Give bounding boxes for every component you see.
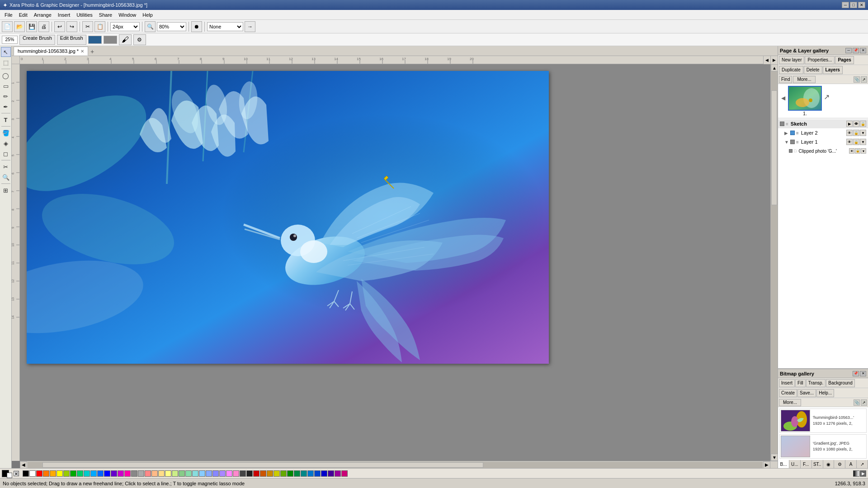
color-swatch-31[interactable]: [233, 470, 239, 477]
color-swatch-38[interactable]: [280, 470, 287, 477]
layers-button[interactable]: Layers: [823, 66, 843, 74]
color-swatch-20[interactable]: [158, 470, 165, 477]
bitmap-create-button[interactable]: Create: [779, 389, 797, 397]
layer-1-expand[interactable]: ▼: [784, 140, 789, 145]
selector-tool[interactable]: ↖: [1, 47, 11, 57]
color-swatch-3[interactable]: [43, 470, 49, 477]
color-swatch-4[interactable]: [50, 470, 56, 477]
bitmap-gallery-pin-btn[interactable]: 📌: [853, 371, 859, 376]
gallery-icon-2[interactable]: ↗: [861, 76, 867, 83]
color-swatch-1[interactable]: [29, 470, 36, 477]
layer-clip-visibility[interactable]: 👁: [849, 148, 854, 154]
pages-button[interactable]: Pages: [835, 56, 854, 64]
redo-button[interactable]: ↪: [66, 21, 77, 32]
vscroll-thumb[interactable]: [771, 90, 777, 205]
color-swatch-17[interactable]: [138, 470, 144, 477]
color-swatch-28[interactable]: [212, 470, 219, 477]
color-swatch-2[interactable]: [36, 470, 42, 477]
text-tool[interactable]: T: [1, 115, 11, 125]
node-tool[interactable]: ⬚: [1, 57, 11, 67]
brush-size-dropdown[interactable]: 24px 12px 48px: [110, 22, 140, 31]
layer-clipped-photo[interactable]: □ Clipped photo 'G...' 👁 🔒 ▼: [787, 146, 868, 155]
transparency-tool[interactable]: ◻: [1, 149, 11, 159]
stroke-color-swatch[interactable]: [88, 36, 102, 44]
bmp-tab-f[interactable]: F...: [801, 460, 812, 468]
layer-sketch-expand[interactable]: ▶: [846, 121, 853, 127]
color-swatch-45[interactable]: [328, 470, 334, 477]
color-swatch-9[interactable]: [84, 470, 90, 477]
ellipse-tool[interactable]: ◯: [1, 70, 11, 80]
vscroll-up-button[interactable]: ▲: [771, 64, 778, 71]
layer-clip-more[interactable]: ▼: [861, 148, 866, 154]
gallery-close-btn[interactable]: ✕: [860, 48, 866, 53]
color-swatch-40[interactable]: [294, 470, 300, 477]
new-tab-button[interactable]: +: [88, 47, 96, 56]
zoom-dropdown[interactable]: 80% 100% 50% 25%: [157, 22, 186, 31]
menu-insert[interactable]: Insert: [55, 11, 73, 19]
gallery-minimize-btn[interactable]: ─: [845, 48, 852, 53]
no-color-swatch[interactable]: ✕: [14, 471, 19, 476]
color-swatch-26[interactable]: [199, 470, 205, 477]
record-button[interactable]: ⏺: [191, 21, 202, 32]
layer-sketch-lock[interactable]: 🔒: [860, 121, 866, 127]
menu-help[interactable]: Help: [140, 11, 156, 19]
canvas-viewport[interactable]: [20, 64, 770, 461]
brush-type-dropdown[interactable]: None: [207, 22, 243, 31]
bitmap-transp-button[interactable]: Transp.: [806, 379, 826, 387]
bitmap-entry-gradient[interactable]: 'Gradient.jpg', JPEG 868 x 488 pixels,…: [779, 434, 867, 459]
bitmap-insert-button[interactable]: Insert: [779, 379, 795, 387]
tab-close-button[interactable]: ✕: [80, 49, 84, 54]
layer-2-lock[interactable]: 🔒: [853, 130, 859, 136]
edit-brush-button[interactable]: Edit Brush: [57, 35, 86, 45]
document-tab[interactable]: hummingbird-1056383.jpg * ✕: [14, 47, 88, 56]
color-swatch-14[interactable]: [118, 470, 124, 477]
color-swatch-34[interactable]: [253, 470, 259, 477]
new-file-button[interactable]: 📄: [2, 21, 13, 32]
bitmap-gallery-close-btn[interactable]: ✕: [860, 371, 866, 376]
color-swatch-29[interactable]: [219, 470, 226, 477]
page-thumbnail[interactable]: [788, 86, 822, 111]
color-swatch-18[interactable]: [145, 470, 151, 477]
bmp-tab-b[interactable]: B...: [778, 460, 789, 468]
color-swatch-30[interactable]: [226, 470, 232, 477]
color-swatch-46[interactable]: [335, 470, 341, 477]
layer-sketch[interactable]: ≡ Sketch ▶ 👁 🔒: [778, 119, 868, 128]
bmp-tab-st[interactable]: ST..: [812, 460, 823, 468]
properties-button[interactable]: Properties...: [805, 56, 835, 64]
color-swatch-21[interactable]: [165, 470, 171, 477]
layer-1-lock[interactable]: 🔒: [853, 139, 859, 145]
color-swatch-16[interactable]: [131, 470, 137, 477]
duplicate-button[interactable]: Duplicate: [779, 66, 803, 74]
gallery-icon-1[interactable]: 📎: [854, 76, 860, 83]
color-swatch-27[interactable]: [206, 470, 212, 477]
bitmap-help-button[interactable]: Help...: [816, 389, 834, 397]
color-swatch-43[interactable]: [314, 470, 321, 477]
bitmap-background-button[interactable]: Background: [826, 379, 854, 387]
freehand-tool[interactable]: ✏: [1, 91, 11, 101]
menu-utilities[interactable]: Utilities: [74, 11, 95, 19]
color-swatch-6[interactable]: [63, 470, 70, 477]
bitmap-fill-button[interactable]: Fill: [795, 379, 806, 387]
save-file-button[interactable]: 💾: [26, 21, 37, 32]
brush-options-button[interactable]: ⚙: [133, 34, 146, 45]
color-swatch-5[interactable]: [57, 470, 63, 477]
color-swatch-7[interactable]: [70, 470, 76, 477]
more-button[interactable]: More...: [793, 76, 815, 83]
color-swatch-47[interactable]: [341, 470, 348, 477]
pen-tool[interactable]: ✒: [1, 102, 11, 112]
create-brush-button[interactable]: Create Brush: [19, 35, 55, 45]
find-button[interactable]: Find: [779, 76, 792, 83]
fill-tool[interactable]: 🪣: [1, 128, 11, 138]
menu-file[interactable]: File: [2, 11, 15, 19]
vscroll-down-button[interactable]: ▼: [771, 454, 778, 461]
color-swatch-13[interactable]: [111, 470, 117, 477]
layer-sketch-visibility[interactable]: 👁: [853, 121, 859, 127]
color-swatch-19[interactable]: [151, 470, 158, 477]
color-swatch-42[interactable]: [307, 470, 314, 477]
menu-edit[interactable]: Edit: [16, 11, 30, 19]
page-nav-left[interactable]: ◀: [780, 86, 786, 101]
color-swatch-0[interactable]: [23, 470, 29, 477]
color-swatch-15[interactable]: [124, 470, 131, 477]
copy-button[interactable]: 📋: [94, 21, 105, 32]
hscroll-thumb[interactable]: [42, 462, 484, 468]
